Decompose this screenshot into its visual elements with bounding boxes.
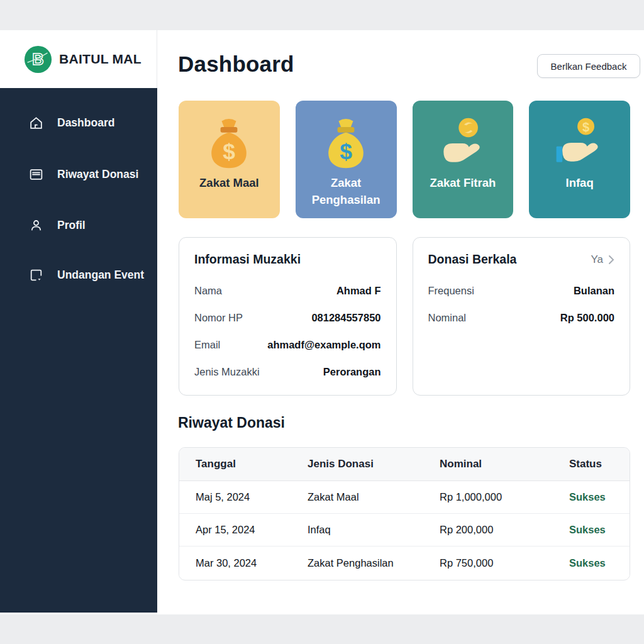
row-value: Bulanan — [574, 285, 614, 297]
info-row-nominal: Nominal Rp 500.000 — [428, 304, 615, 331]
row-label: Nomor HP — [194, 312, 243, 324]
sidebar: Dashboard Riwayat Donasi Profil Undangan… — [0, 88, 157, 613]
info-row-frequensi: Frequensi Bulanan — [428, 277, 615, 304]
sidebar-item-riwayat-donasi[interactable]: Riwayat Donasi — [0, 159, 157, 189]
brand-logo[interactable]: B BAITUL MAL — [0, 30, 157, 88]
home-icon — [28, 115, 44, 131]
card-infaq[interactable]: $ Infaq — [529, 101, 630, 218]
status-badge: Sukses — [553, 491, 630, 503]
brand-name: BAITUL MAL — [59, 52, 142, 67]
row-label: Jenis Muzakki — [194, 366, 260, 378]
column-header-nominal: Nominal — [423, 458, 553, 470]
page-title: Dashboard — [178, 52, 294, 77]
cell-jenis: Zakat Penghasilan — [291, 557, 423, 569]
row-label: Nominal — [428, 312, 467, 324]
svg-text:$: $ — [223, 139, 236, 164]
info-row-jenis-muzakki: Jenis Muzakki Perorangan — [194, 358, 381, 386]
cell-tanggal: Maj 5, 2024 — [179, 491, 291, 503]
card-zakat-penghasilan[interactable]: $ Zakat Penghasilan — [296, 101, 397, 218]
svg-text:B: B — [32, 50, 43, 67]
sidebar-item-label: Undangan Event — [57, 269, 144, 282]
money-bag-icon: $ — [200, 113, 258, 172]
info-cards-row: Informasi Muzakki Nama Ahmad F Nomor HP … — [179, 237, 630, 396]
page: { "theme": { "band_bg": "#ECEDEF", "side… — [0, 0, 644, 644]
svg-text:$: $ — [582, 120, 589, 134]
info-row-email: Email ahmadf@example.qom — [194, 331, 381, 358]
card-label: Zakat Penghasilan — [296, 175, 397, 209]
recurring-donation-link[interactable]: Ya — [591, 253, 614, 266]
money-bag-icon: $ — [317, 113, 375, 172]
feedback-button[interactable]: Berlkan Feedback — [537, 54, 640, 78]
sidebar-item-dashboard[interactable]: Dashboard — [0, 108, 157, 138]
info-row-nomor-hp: Nomor HP 081284557850 — [194, 304, 381, 331]
card-zakat-fitrah[interactable]: Zakat Fitrah — [413, 101, 514, 218]
table-row: Mar 30, 2024 Zakat Penghasilan Rp 750,00… — [179, 547, 630, 579]
sidebar-item-label: Dashboard — [57, 116, 114, 130]
status-badge: Sukses — [553, 557, 630, 569]
table-header-row: Tanggal Jenis Donasi Nominal Status — [179, 448, 630, 481]
row-label: Email — [194, 339, 220, 351]
card-label: Zakat Fitrah — [425, 175, 501, 192]
history-section-title: Riwayat Donasi — [178, 414, 285, 431]
cell-jenis: Infaq — [291, 524, 423, 536]
baitul-mal-logo-icon: B — [24, 45, 52, 74]
status-badge: Sukses — [553, 524, 630, 536]
muzakki-info-card: Informasi Muzakki Nama Ahmad F Nomor HP … — [179, 237, 397, 396]
row-value: ahmadf@example.qom — [267, 339, 380, 351]
recurring-donation-title: Donasi Berkala — [428, 252, 517, 267]
chevron-right-icon — [608, 255, 614, 265]
table-row: Maj 5, 2024 Zakat Maal Rp 1,000,000 Suks… — [179, 481, 630, 514]
user-icon — [28, 218, 44, 233]
svg-text:$: $ — [340, 139, 352, 164]
list-icon — [28, 167, 44, 182]
row-value: 081284557850 — [311, 312, 380, 324]
row-value: Ahmad F — [336, 285, 381, 297]
hand-coin-icon — [434, 113, 492, 172]
muzakki-info-title: Informasi Muzakki — [194, 252, 301, 267]
sidebar-item-profil[interactable]: Profil — [0, 210, 157, 240]
column-header-status: Status — [553, 458, 630, 470]
donation-history-table: Tanggal Jenis Donasi Nominal Status Maj … — [179, 447, 630, 580]
cell-tanggal: Apr 15, 2024 — [179, 524, 291, 536]
card-label: Infaq — [561, 175, 599, 192]
column-header-tanggal: Tanggal — [179, 458, 291, 470]
card-zakat-maal[interactable]: $ Zakat Maal — [179, 101, 280, 218]
row-label: Frequensi — [428, 285, 474, 297]
app-window: B BAITUL MAL Dashboard Riwayat Donasi — [0, 30, 644, 614]
sidebar-item-label: Riwayat Donasi — [57, 168, 138, 181]
cell-nominal: Rp 1,000,000 — [423, 491, 553, 503]
row-value: Perorangan — [323, 366, 381, 378]
table-row: Apr 15, 2024 Infaq Rp 200,000 Sukses — [179, 514, 630, 547]
recurring-donation-card: Donasi Berkala Ya Frequensi Bulanan Nomi… — [413, 237, 631, 396]
sidebar-item-undangan-event[interactable]: Undangan Event — [0, 260, 157, 290]
hand-coin-icon: $ — [551, 113, 609, 172]
sidebar-item-label: Profil — [57, 219, 86, 232]
event-icon — [28, 267, 44, 283]
row-value: Rp 500.000 — [560, 312, 614, 324]
row-label: Nama — [194, 285, 222, 297]
cell-nominal: Rp 200,000 — [423, 524, 553, 536]
info-row-nama: Nama Ahmad F — [194, 277, 381, 304]
column-header-jenis-donasi: Jenis Donasi — [291, 458, 423, 470]
cell-tanggal: Mar 30, 2024 — [179, 557, 291, 569]
cell-jenis: Zakat Maal — [291, 491, 423, 503]
card-label: Zakat Maal — [194, 175, 264, 192]
recurring-donation-value: Ya — [591, 253, 603, 266]
donation-cards-row: $ Zakat Maal $ Zakat Penghasilan Zakat F… — [179, 101, 630, 218]
cell-nominal: Rp 750,000 — [423, 557, 553, 569]
